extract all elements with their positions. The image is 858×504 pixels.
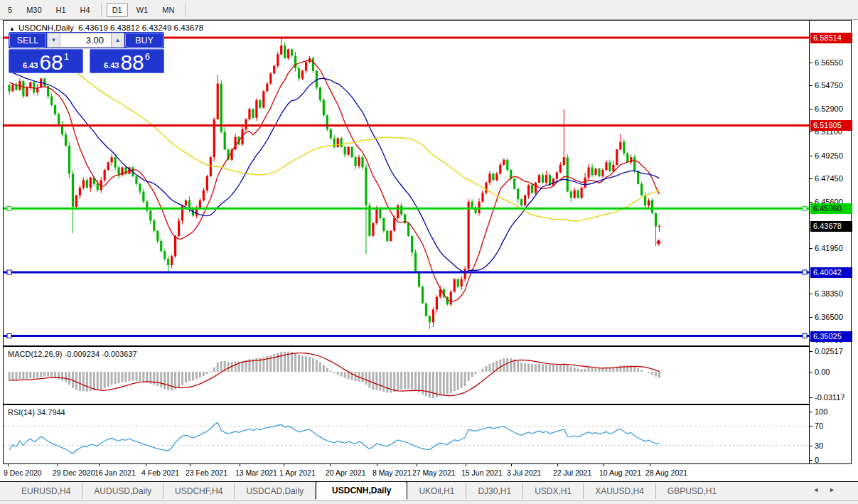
chart-tab-usdcnh[interactable]: USDCNH,Daily xyxy=(316,481,407,500)
sell-price-box[interactable]: 6.43681 xyxy=(9,49,83,73)
price-tick-label: 6.36500 xyxy=(815,313,843,322)
time-tick-mark xyxy=(417,464,417,466)
tab-scroll-arrows[interactable]: ◄► xyxy=(813,486,845,493)
price-level-badge: 6.51605 xyxy=(810,120,852,131)
time-tick-label: 9 Dec 2020 xyxy=(4,468,42,477)
price-tick-label: 6.49250 xyxy=(815,151,843,161)
axis-tick-mark xyxy=(810,202,813,203)
time-tick-mark xyxy=(284,464,284,466)
timeframe-button-mn[interactable]: MN xyxy=(156,3,180,17)
axis-tick-mark xyxy=(810,248,813,249)
axis-tick-mark xyxy=(810,351,813,352)
rsi-canvas[interactable] xyxy=(4,406,809,463)
axis-tick-mark xyxy=(810,446,813,446)
macd-tick-label: -0.03117 xyxy=(815,393,845,402)
macd-values: -0.009234 -0.003637 xyxy=(64,350,136,358)
price-tick-label: 6.54750 xyxy=(815,81,843,90)
time-tick-label: 10 Aug 2021 xyxy=(599,468,641,477)
price-tick-label: 6.41950 xyxy=(815,244,843,253)
rsi-tick-label: 70 xyxy=(815,422,823,431)
rsi-indicator-panel[interactable]: RSI(14) 34.7944 xyxy=(4,406,809,463)
rsi-tick-label: 100 xyxy=(815,407,827,417)
time-tick-mark xyxy=(146,464,146,466)
chart-tab-gbpusd[interactable]: GBPUSD,H1 xyxy=(656,483,728,499)
axis-tick-mark xyxy=(810,109,813,109)
time-tick-label: 4 Feb 2021 xyxy=(141,468,179,477)
price-tick-label: 6.52900 xyxy=(815,104,843,114)
axis-tick-mark xyxy=(810,372,813,372)
object-marker-icon: ▲ xyxy=(9,26,15,32)
time-tick-label: 13 Mar 2021 xyxy=(235,468,277,477)
price-level-badge: 6.35025 xyxy=(810,331,852,342)
timeframe-button-m30[interactable]: M30 xyxy=(21,3,47,17)
axis-tick-mark xyxy=(810,397,813,398)
chart-window: ▲USDCNH,Daily 6.43619 6.43812 6.43249 6.… xyxy=(3,20,852,464)
price-level-badge: 6.43678 xyxy=(810,221,852,232)
price-tick-label: 6.47450 xyxy=(815,174,843,183)
volume-input[interactable] xyxy=(60,33,111,48)
time-tick-label: 8 May 2021 xyxy=(372,468,412,477)
chart-tab-xauusd[interactable]: XAUUSD,H4 xyxy=(584,483,656,499)
rsi-tick-label: 30 xyxy=(815,441,823,451)
macd-name: MACD(12,26,9) xyxy=(8,350,62,358)
price-level-badge: 6.45060 xyxy=(810,203,852,214)
time-tick-label: 3 Jul 2021 xyxy=(507,468,541,477)
time-axis[interactable]: 9 Dec 202029 Dec 202016 Jan 20214 Feb 20… xyxy=(0,464,858,481)
chart-tab-dj30[interactable]: DJ30,H1 xyxy=(466,483,523,499)
price-level-badge: 6.58514 xyxy=(810,33,852,43)
time-tick-label: 28 Aug 2021 xyxy=(645,468,687,477)
axis-tick-mark xyxy=(810,178,813,179)
rsi-name: RSI(14) xyxy=(8,408,35,417)
timeframe-button-5[interactable]: 5 xyxy=(2,3,18,17)
axis-tick-mark xyxy=(810,156,813,156)
time-tick-label: 23 Feb 2021 xyxy=(186,468,227,477)
chart-tab-usdcad[interactable]: USDCAD,Daily xyxy=(235,483,316,499)
price-tick-label: 6.56550 xyxy=(815,58,843,68)
timeframe-button-h1[interactable]: H1 xyxy=(50,3,72,17)
chart-tab-usdchf[interactable]: USDCHF,H4 xyxy=(163,483,235,499)
axis-tick-mark xyxy=(810,412,813,412)
price-level-badge: 6.40042 xyxy=(810,267,852,278)
volume-increase-button[interactable]: ▲ xyxy=(111,33,124,48)
chart-tab-usdx[interactable]: USDX,H1 xyxy=(523,483,584,499)
volume-decrease-button[interactable]: ▼ xyxy=(47,33,60,48)
axis-tick-mark xyxy=(810,294,813,294)
sell-price-big: 68 xyxy=(39,53,63,73)
toolbar-separator xyxy=(101,4,102,16)
axis-tick-mark xyxy=(810,460,813,461)
chart-title: ▲USDCNH,Daily 6.43619 6.43812 6.43249 6.… xyxy=(9,23,203,32)
time-tick-mark xyxy=(240,464,240,466)
buy-price-box[interactable]: 6.43886 xyxy=(90,49,164,73)
time-tick-label: 16 Jan 2021 xyxy=(95,468,136,477)
timeframe-button-h4[interactable]: H4 xyxy=(75,3,96,17)
timeframe-button-w1[interactable]: W1 xyxy=(131,3,154,17)
price-axis[interactable]: 6.565506.547506.529006.511006.492506.474… xyxy=(809,21,851,463)
axis-tick-mark xyxy=(810,63,813,63)
axis-tick-mark xyxy=(810,317,813,318)
time-tick-mark xyxy=(650,464,650,466)
time-tick-label: 1 Apr 2021 xyxy=(279,468,316,477)
time-tick-label: 22 Jul 2021 xyxy=(553,468,591,477)
axis-tick-mark xyxy=(810,426,813,427)
time-tick-label: 29 Dec 2020 xyxy=(53,468,95,477)
symbol-period-label: USDCNH,Daily xyxy=(18,23,74,32)
time-tick-mark xyxy=(99,464,100,466)
price-chart-panel[interactable]: ▲USDCNH,Daily 6.43619 6.43812 6.43249 6.… xyxy=(4,21,809,345)
chart-tab-eurusd[interactable]: EURUSD,H4 xyxy=(10,483,82,499)
status-strip xyxy=(0,500,858,504)
macd-tick-label: 0.00 xyxy=(815,368,830,377)
chart-tab-audusd[interactable]: AUDUSD,Daily xyxy=(82,483,163,499)
sell-button[interactable]: SELL xyxy=(9,33,46,48)
macd-tick-label: 0.02517 xyxy=(815,347,843,356)
time-tick-label: 27 May 2021 xyxy=(412,468,456,477)
macd-label: MACD(12,26,9) -0.009234 -0.003637 xyxy=(8,350,137,358)
sell-price-sup: 1 xyxy=(64,51,69,62)
buy-button[interactable]: BUY xyxy=(125,33,163,48)
time-tick-label: 20 Apr 2021 xyxy=(326,468,366,477)
rsi-label: RSI(14) 34.7944 xyxy=(8,408,65,417)
chart-tab-ukoil[interactable]: UKOil,H1 xyxy=(407,483,466,499)
chart-tabs-bar: EURUSD,H4AUDUSD,DailyUSDCHF,H4USDCAD,Dai… xyxy=(0,482,858,500)
ohlc-values: 6.43619 6.43812 6.43249 6.43678 xyxy=(78,23,203,32)
macd-indicator-panel[interactable]: MACD(12,26,9) -0.009234 -0.003637 xyxy=(4,348,809,404)
timeframe-button-d1[interactable]: D1 xyxy=(107,3,128,17)
